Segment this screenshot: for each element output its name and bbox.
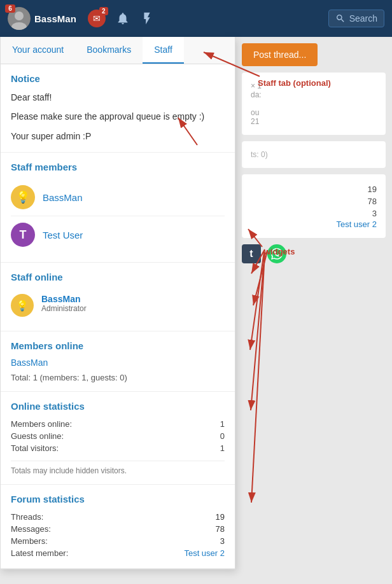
search-bar[interactable]: Search — [328, 10, 384, 27]
bassmann-name: BassMan — [43, 192, 83, 203]
notice-line1: Dear staff! — [11, 90, 225, 104]
stat-guests-label: Guests online: — [11, 431, 64, 441]
testuser-name: Test User — [43, 230, 83, 240]
tab-bookmarks[interactable]: Bookmarks — [75, 37, 143, 64]
dropdown-panel: Your account Bookmarks Staff Notice Dear… — [0, 37, 235, 569]
lightning-button[interactable] — [140, 11, 154, 25]
testuser-avatar: T — [11, 223, 35, 247]
forum-statistics-section: Forum statistics Threads: 19 Messages: 7… — [1, 485, 235, 569]
stat-guests-val: 0 — [220, 431, 225, 441]
right-threads-val: 19 — [368, 184, 377, 194]
forum-messages-label: Messages: — [11, 524, 51, 534]
forum-messages-val: 78 — [216, 524, 225, 534]
members-online-title: Members online — [11, 340, 225, 351]
right-widget-3: 19 78 3 Test user 2 — [242, 174, 386, 238]
forum-latest-label: Latest member: — [11, 548, 68, 558]
staff-member-bassmann[interactable]: 💡 BassMan — [11, 179, 225, 216]
user-avatar-wrapper[interactable]: 6 BassMan — [8, 7, 76, 30]
right-background: Post thread... × 1da:ou21 ts: 0) 19 78 3… — [235, 37, 392, 584]
staff-online-title: Staff online — [11, 272, 225, 282]
right-latest-member[interactable]: Test user 2 — [251, 219, 377, 229]
bassmann-avatar: 💡 — [11, 185, 35, 209]
notice-line3: Your super admin :P — [11, 129, 225, 143]
right-widget-2: ts: 0) — [242, 141, 386, 168]
whatsapp-icon[interactable] — [267, 244, 286, 263]
forum-members-label: Members: — [11, 536, 48, 546]
online-statistics-title: Online statistics — [11, 401, 225, 412]
forum-latest-val[interactable]: Test user 2 — [184, 548, 225, 558]
stat-total-visitors: Total visitors: 1 — [11, 442, 225, 454]
stat-total-label: Total visitors: — [11, 443, 59, 453]
messages-button[interactable]: ✉ 2 — [88, 10, 106, 27]
notifications-button[interactable] — [116, 11, 130, 25]
notice-section: Notice Dear staff! Please make sure the … — [1, 64, 235, 153]
forum-threads-val: 19 — [216, 512, 225, 522]
members-online-section: Members online BassMan Total: 1 (members… — [1, 331, 235, 392]
stats-note: Totals may include hidden visitors. — [11, 461, 225, 475]
forum-stat-members: Members: 3 — [11, 535, 225, 547]
tab-your-account[interactable]: Your account — [1, 37, 75, 64]
online-name-bassmann[interactable]: BassMan — [41, 294, 87, 304]
stat-total-val: 1 — [220, 443, 225, 453]
messages-badge: 2 — [99, 7, 108, 15]
dropdown-tabs: Your account Bookmarks Staff — [1, 37, 235, 64]
forum-statistics-title: Forum statistics — [11, 494, 225, 504]
forum-stat-threads: Threads: 19 — [11, 511, 225, 523]
online-member-name[interactable]: BassMan — [11, 358, 225, 368]
right-stat-threads: 19 — [251, 183, 377, 195]
tumblr-icon[interactable]: t — [242, 244, 261, 263]
svg-point-1 — [15, 11, 24, 20]
forum-threads-label: Threads: — [11, 512, 43, 522]
top-navbar: 6 BassMan ✉ 2 Search — [0, 0, 392, 37]
online-avatar-bassmann: 💡 — [11, 294, 34, 317]
staff-members-title: Staff members — [11, 162, 225, 172]
staff-online-section: Staff online 💡 BassMan Administrator — [1, 263, 235, 331]
forum-stat-messages: Messages: 78 — [11, 523, 225, 535]
stat-members-label: Members online: — [11, 419, 72, 429]
forum-stat-latest: Latest member: Test user 2 — [11, 547, 225, 559]
right-stat-members: 3 — [251, 207, 377, 219]
post-thread-button[interactable]: Post thread... — [242, 43, 318, 66]
members-online-total: Total: 1 (members: 1, guests: 0) — [11, 373, 225, 382]
forum-members-val: 3 — [220, 536, 225, 546]
social-icons: t — [242, 244, 386, 263]
stat-guests-online: Guests online: 0 — [11, 430, 225, 442]
stat-members-online: Members online: 1 — [11, 418, 225, 430]
notice-body: Dear staff! Please make sure the approva… — [11, 90, 225, 143]
online-role-bassmann: Administrator — [41, 304, 87, 313]
staff-member-testuser[interactable]: T Test User — [11, 216, 225, 253]
tab-staff[interactable]: Staff — [143, 37, 184, 64]
online-member-bassmann: 💡 BassMan Administrator — [11, 289, 225, 322]
avatar-badge: 6 — [5, 4, 15, 13]
right-stat-messages: 78 — [251, 195, 377, 207]
right-messages-val: 78 — [368, 197, 377, 206]
staff-members-section: Staff members 💡 BassMan T Test User — [1, 153, 235, 263]
notice-line2: Please make sure the approval queue is e… — [11, 109, 225, 123]
right-members-val: 3 — [372, 209, 377, 218]
stat-members-val: 1 — [220, 419, 225, 429]
nav-username: BassMan — [34, 13, 76, 24]
online-statistics-section: Online statistics Members online: 1 Gues… — [1, 392, 235, 485]
search-label: Search — [349, 13, 377, 24]
notice-title: Notice — [11, 73, 225, 84]
right-widget-1: × 1da:ou21 — [242, 73, 386, 135]
